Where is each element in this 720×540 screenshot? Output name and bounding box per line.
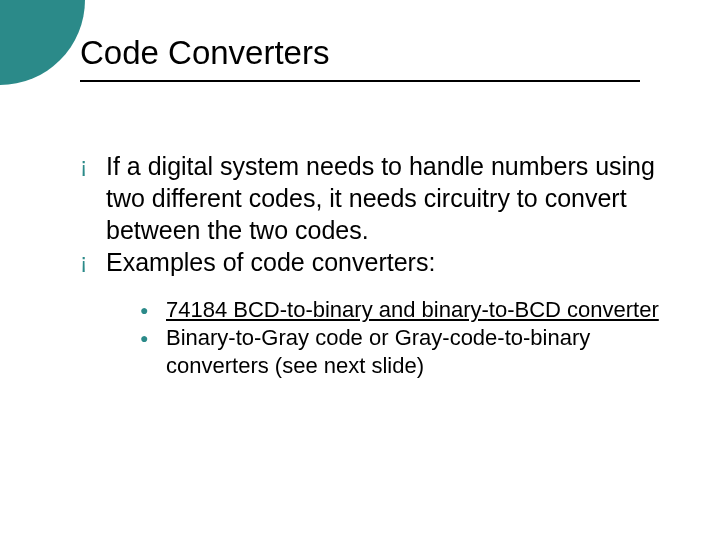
sub-bullet-text: 74184 BCD-to-binary and binary-to-BCD co…: [166, 296, 659, 324]
title-rule: [80, 80, 640, 82]
sub-bullet-text: Binary-to-Gray code or Gray-code-to-bina…: [166, 324, 680, 380]
bullet-text: Examples of code converters:: [106, 246, 435, 278]
link-text[interactable]: 74184 BCD-to-binary and binary-to-BCD co…: [166, 297, 659, 322]
sublist: ● 74184 BCD-to-binary and binary-to-BCD …: [140, 296, 680, 380]
filled-dot-icon: ●: [140, 296, 166, 324]
list-item: ¡ Examples of code converters:: [80, 246, 680, 278]
trailing-text: Binary-to-Gray code or Gray-code-to-bina…: [166, 325, 590, 378]
corner-decoration: [0, 0, 85, 85]
filled-dot-icon: ●: [140, 324, 166, 352]
bullet-text: If a digital system needs to handle numb…: [106, 150, 680, 246]
content-area: ¡ If a digital system needs to handle nu…: [80, 150, 680, 380]
list-item: ● Binary-to-Gray code or Gray-code-to-bi…: [140, 324, 680, 380]
open-circle-icon: ¡: [80, 246, 106, 278]
list-item: ¡ If a digital system needs to handle nu…: [80, 150, 680, 246]
slide: Code Converters ¡ If a digital system ne…: [0, 0, 720, 540]
slide-title: Code Converters: [80, 34, 680, 72]
list-item: ● 74184 BCD-to-binary and binary-to-BCD …: [140, 296, 680, 324]
open-circle-icon: ¡: [80, 150, 106, 182]
title-block: Code Converters: [80, 34, 680, 82]
